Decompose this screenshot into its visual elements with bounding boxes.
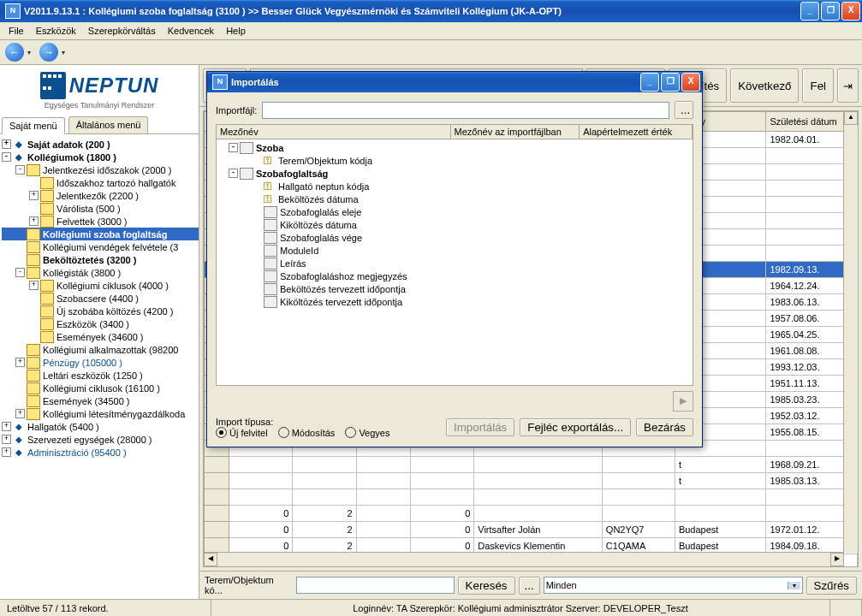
table-row[interactable]: [205, 489, 858, 506]
import-field-item[interactable]: ⚿Hallgató neptun kódja: [218, 180, 691, 192]
tree-item[interactable]: +Felvettek (3000 ): [2, 215, 199, 228]
next-arrow-button[interactable]: ▶: [673, 391, 693, 412]
import-field-item[interactable]: ⚿Terem/Objektum kódja: [218, 154, 691, 167]
tree-item[interactable]: +◆Adminisztráció (95400 ): [2, 446, 199, 459]
import-field-item[interactable]: Szobafoglalás eleje: [218, 205, 691, 218]
search-more-button[interactable]: ...: [519, 577, 540, 595]
maximize-button[interactable]: ❐: [821, 2, 840, 21]
filter-combo[interactable]: Minden ▾: [544, 577, 803, 594]
table-row[interactable]: t1985.03.13.: [205, 473, 858, 489]
import-field-item[interactable]: -Szoba: [218, 141, 691, 154]
menu-bar: FileEszközökSzerepkörváltásKedvencekHelp: [0, 22, 862, 40]
tree-item[interactable]: +◆Saját adatok (200 ): [2, 138, 199, 151]
import-field-item[interactable]: Szobafoglaláshoz megjegyzés: [218, 270, 691, 282]
nav-back-dropdown[interactable]: ▾: [27, 49, 36, 56]
search-input[interactable]: [296, 577, 454, 594]
import-field-item[interactable]: Kiköltözés dátuma: [218, 218, 691, 231]
tree-item[interactable]: -Jelentkezési időszakok (2000 ): [2, 163, 199, 176]
left-panel: NEPTUN Egységes Tanulmányi Rendszer Sajá…: [0, 65, 199, 599]
status-bar: Letöltve 57 / 113 rekord. Loginnév: TA S…: [0, 599, 862, 616]
filter-button[interactable]: Szűrés: [806, 577, 857, 595]
import-type-radio[interactable]: Vegyes: [345, 427, 389, 438]
tree-item[interactable]: +Jelentkezők (2200 ): [2, 189, 199, 202]
import-column-header[interactable]: Mezőnév az importfájlban: [451, 125, 580, 139]
tree-item[interactable]: Beköltöztetés (3200 ): [2, 253, 199, 266]
import-field-item[interactable]: ModuleId: [218, 244, 691, 257]
import-field-item[interactable]: Leírás: [218, 257, 691, 270]
import-field-item[interactable]: ⚿Beköltözés dátuma: [218, 192, 691, 205]
tree-item[interactable]: Események (34500 ): [2, 394, 199, 407]
import-field-item[interactable]: Beköltözés tervezett időpontja: [218, 282, 691, 295]
import-fields-grid: MezőnévMezőnév az importfájlbanAlapértel…: [216, 124, 693, 386]
dialog-close-action-button[interactable]: Bezárás: [636, 418, 693, 436]
logo-icon: [40, 72, 66, 99]
dialog-title: Importálás: [231, 77, 640, 87]
tree-item[interactable]: Kollégiumi alkalmazottak (98200: [2, 343, 199, 356]
tree-item[interactable]: -◆Kollégiumok (1800 ): [2, 151, 199, 163]
import-type-radio[interactable]: Módosítás: [278, 427, 336, 438]
menu-help[interactable]: Help: [221, 24, 251, 38]
navigation-tree[interactable]: +◆Saját adatok (200 )-◆Kollégiumok (1800…: [0, 134, 199, 599]
nav-back-button[interactable]: ←: [5, 43, 24, 62]
import-dialog: N Importálás _ ❐ X Importfájl: ... Mezőn…: [206, 71, 703, 447]
window-title: V2011.9.13.1 : Kollégiumi szoba foglalts…: [24, 6, 800, 16]
close-button[interactable]: X: [841, 2, 860, 21]
import-button[interactable]: Importálás: [446, 418, 514, 436]
dialog-minimize-button[interactable]: _: [640, 73, 659, 92]
nav-forward-button[interactable]: →: [39, 43, 58, 62]
pin-button[interactable]: ⇥: [837, 68, 859, 103]
tree-item[interactable]: +Kollégiumi ciklusok (4000 ): [2, 279, 199, 292]
menu-eszközök[interactable]: Eszközök: [31, 24, 81, 38]
bottom-bar: Terem/Objektum kó... Keresés ... Minden …: [199, 571, 862, 599]
minimize-button[interactable]: _: [800, 2, 819, 21]
menu-file[interactable]: File: [3, 24, 29, 38]
import-column-header[interactable]: Mezőnév: [217, 125, 451, 139]
menu-szerepkörváltás[interactable]: Szerepkörváltás: [83, 24, 161, 38]
next-button[interactable]: Következő: [730, 68, 799, 103]
logo-subtitle: Egységes Tanulmányi Rendszer: [7, 101, 192, 110]
tree-item[interactable]: Eszközök (3400 ): [2, 317, 199, 330]
import-type-radio[interactable]: Új felvitel: [216, 427, 268, 438]
tree-item[interactable]: Kollégiumi ciklusok (16100 ): [2, 382, 199, 394]
dialog-close-button[interactable]: X: [681, 73, 700, 92]
import-type-radios: Új felvitelMódosításVegyes: [216, 427, 389, 438]
table-row[interactable]: t1968.09.21.: [205, 457, 858, 473]
dialog-icon: N: [212, 74, 228, 90]
tree-item[interactable]: Leltári eszközök (1250 ): [2, 369, 199, 382]
tree-item[interactable]: Várólista (500 ): [2, 202, 199, 215]
tab-own-menu[interactable]: Saját menü: [2, 117, 65, 134]
import-fields-tree[interactable]: -Szoba⚿Terem/Objektum kódja-Szobafoglalt…: [217, 139, 693, 385]
importfile-browse-button[interactable]: ...: [675, 101, 693, 119]
tree-item[interactable]: Új szobába költözés (4200 ): [2, 305, 199, 317]
tree-item[interactable]: +◆Szervezeti egységek (28000 ): [2, 433, 199, 446]
nav-bar: ← ▾ → ▾: [0, 40, 862, 65]
tree-item[interactable]: -Kollégisták (3800 ): [2, 266, 199, 279]
nav-forward-dropdown[interactable]: ▾: [62, 49, 70, 56]
importfile-input[interactable]: [262, 102, 669, 119]
filter-combo-value: Minden: [546, 580, 577, 590]
import-field-item[interactable]: -Szobafoglaltság: [218, 167, 691, 180]
import-column-header[interactable]: Alapértelmezett érték: [580, 125, 693, 139]
up-button[interactable]: Fel: [802, 68, 834, 103]
tree-item[interactable]: Kollégiumi szoba foglaltság: [2, 228, 199, 240]
tree-item[interactable]: Időszakhoz tartozó hallgatók: [2, 176, 199, 189]
table-row[interactable]: 020Virtsafter JolánQN2YQ7Budapest1972.01…: [205, 522, 858, 538]
search-button[interactable]: Keresés: [458, 577, 515, 595]
menu-kedvencek[interactable]: Kedvencek: [163, 24, 219, 38]
tree-item[interactable]: +Pénzügy (105000 ): [2, 356, 199, 369]
import-field-item[interactable]: Szobafoglalás vége: [218, 231, 691, 244]
tree-item[interactable]: Kollégiumi vendégek felvétele (3: [2, 240, 199, 253]
tab-general-menu[interactable]: Általános menü: [68, 116, 149, 133]
tree-item[interactable]: Események (34600 ): [2, 330, 199, 343]
dialog-maximize-button[interactable]: ❐: [661, 73, 680, 92]
tree-item[interactable]: +◆Hallgatók (5400 ): [2, 420, 199, 433]
tree-item[interactable]: Szobacsere (4400 ): [2, 292, 199, 305]
tree-item[interactable]: +Kollégiumi létesítménygazdálkoda: [2, 407, 199, 420]
horizontal-scrollbar[interactable]: ◀▶: [204, 552, 844, 566]
import-field-item[interactable]: Kiköltözés tervezett időpontja: [218, 295, 691, 308]
header-export-button[interactable]: Fejléc exportálás...: [520, 418, 631, 436]
table-row[interactable]: 020: [205, 506, 858, 522]
importfile-label: Importfájl:: [216, 105, 257, 116]
vertical-scrollbar[interactable]: ▲: [843, 111, 858, 553]
dialog-titlebar: N Importálás _ ❐ X: [207, 72, 702, 92]
